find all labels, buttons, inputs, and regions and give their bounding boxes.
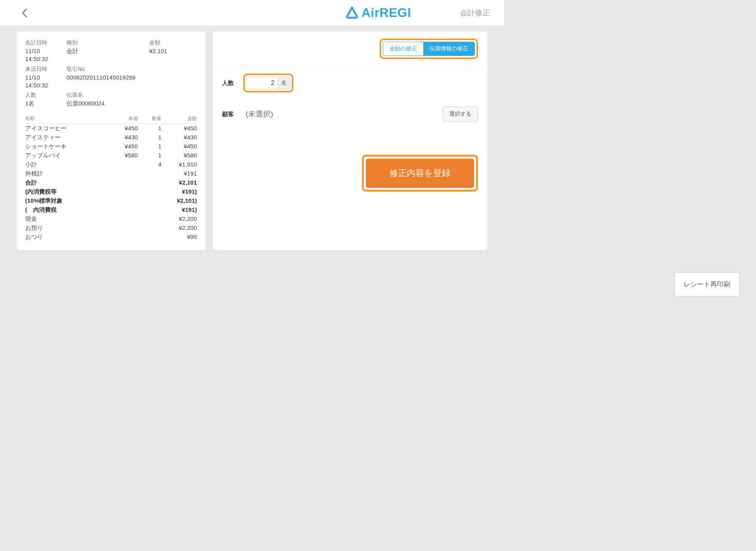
summary-name: 外税計: [25, 170, 106, 178]
label-visit: 来店日時: [25, 64, 67, 73]
summary-amount: ¥2,200: [161, 215, 197, 223]
summary-row: 合計¥2,101: [25, 178, 197, 187]
val-amount: ¥2,101: [149, 47, 197, 63]
receipt-panel: 会計日時 種別 金額 11/1014:50:32 会計 ¥2,101 来店日時 …: [17, 31, 206, 250]
item-name: アップルパイ: [25, 152, 106, 159]
people-input[interactable]: [247, 77, 278, 89]
label-people: 人数: [25, 90, 67, 99]
edit-panel: 金額の修正 伝票情報の修正 人数 名 顧客 (未選択): [213, 31, 487, 250]
item-name: アイスコーヒー: [25, 125, 106, 132]
col-amount: 金額: [161, 115, 197, 122]
people-unit: 名: [278, 77, 290, 89]
summary-name: おつり: [25, 233, 106, 241]
chevron-left-icon: [22, 8, 28, 18]
item-unit: ¥450: [106, 143, 138, 150]
summary-name: 現金: [25, 215, 106, 223]
summary-qty: [138, 197, 161, 205]
summary-amount: ¥2,101: [161, 179, 197, 187]
summary-amount: ¥2,101): [161, 197, 197, 205]
label-datetime: 会計日時: [25, 38, 67, 46]
label-type: 種別: [67, 38, 149, 46]
summary-name: 小計: [25, 161, 106, 168]
submit-highlight: 修正内容を登録: [362, 155, 478, 192]
customer-label: 顧客: [222, 111, 243, 118]
item-amount: ¥450: [161, 125, 197, 132]
summary-name: (内消費税等: [25, 188, 106, 196]
segment-highlight: 金額の修正 伝票情報の修正: [380, 39, 478, 59]
summary-amount: ¥2,200: [161, 224, 197, 232]
summary-qty: [138, 215, 161, 223]
col-unit: 単価: [106, 115, 138, 122]
logo-text: AirREGI: [361, 6, 411, 20]
receipt-info: 会計日時 種別 金額 11/1014:50:32 会計 ¥2,101 来店日時 …: [25, 38, 197, 107]
segment-slipinfo[interactable]: 伝票情報の修正: [423, 42, 474, 55]
header-mode-label: 会計修正: [460, 8, 490, 18]
item-qty: 1: [138, 134, 161, 141]
summary-row: (内消費税等¥191): [25, 187, 197, 196]
item-unit: ¥450: [106, 125, 138, 132]
val-txno: 00062020111014501​9268: [67, 74, 197, 90]
col-qty: 数量: [138, 115, 161, 122]
item-qty: 1: [138, 125, 161, 132]
val-type: 会計: [67, 47, 149, 63]
logo-icon: [345, 6, 359, 20]
summary-qty: 4: [138, 161, 161, 168]
summary-amount: ¥1,910: [161, 161, 197, 168]
people-label: 人数: [222, 80, 243, 87]
edit-mode-segment: 金額の修正 伝票情報の修正: [383, 42, 475, 56]
summary-name: (10%標準対象: [25, 197, 106, 205]
summary-amount: ¥99: [161, 233, 197, 241]
summary-qty: [138, 179, 161, 187]
summary-qty: [138, 224, 161, 232]
label-slip: 伝票名: [67, 90, 197, 99]
summary-qty: [138, 170, 161, 178]
summary-name: ( 内消費税: [25, 206, 106, 214]
app-logo: AirREGI: [345, 6, 411, 20]
customer-value: (未選択): [246, 109, 273, 119]
summary-amount: ¥191): [161, 188, 197, 196]
item-row: ショートケーキ¥4501¥450: [25, 142, 197, 151]
summary-amount: ¥191): [161, 206, 197, 214]
item-unit: ¥430: [106, 134, 138, 141]
item-row: アップルパイ¥5801¥580: [25, 151, 197, 160]
item-amount: ¥450: [161, 143, 197, 150]
summary-row: おつり¥99: [25, 233, 197, 242]
val-datetime: 11/1014:50:32: [25, 47, 67, 63]
summary-row: 小計4¥1,910: [25, 160, 197, 169]
summary-row: 現金¥2,200: [25, 214, 197, 224]
submit-button[interactable]: 修正内容を登録: [366, 159, 474, 188]
item-name: アイスティー: [25, 134, 106, 141]
segment-amount[interactable]: 金額の修正: [383, 42, 423, 55]
item-amount: ¥580: [161, 152, 197, 159]
summary-row: 外税計¥191: [25, 169, 197, 178]
item-row: アイスコーヒー¥4501¥450: [25, 124, 197, 133]
item-qty: 1: [138, 152, 161, 159]
back-button[interactable]: [21, 7, 28, 19]
val-visit: 11/1014:50:32: [25, 74, 67, 90]
people-highlight: 名: [243, 74, 293, 92]
items-table: 名称 単価 数量 金額 アイスコーヒー¥4501¥450アイスティー¥4301¥…: [25, 115, 197, 242]
item-amount: ¥430: [161, 134, 197, 141]
summary-row: (10%標準対象¥2,101): [25, 196, 197, 205]
val-slip: 伝票00060024: [67, 100, 197, 107]
header-bar: AirREGI 会計修正: [0, 0, 504, 26]
summary-amount: ¥191: [161, 170, 197, 178]
summary-row: お預り¥2,200: [25, 224, 197, 233]
col-name: 名称: [25, 115, 106, 122]
val-people: 1名: [25, 100, 67, 107]
summary-qty: [138, 188, 161, 196]
summary-name: お預り: [25, 224, 106, 232]
summary-name: 合計: [25, 179, 106, 187]
item-name: ショートケーキ: [25, 143, 106, 150]
item-unit: ¥580: [106, 152, 138, 159]
summary-qty: [138, 233, 161, 241]
select-customer-button[interactable]: 選択する: [443, 107, 478, 122]
summary-qty: [138, 206, 161, 214]
label-amount: 金額: [149, 38, 197, 46]
item-qty: 1: [138, 143, 161, 150]
summary-row: ( 内消費税¥191): [25, 205, 197, 214]
label-txno: 取引No: [67, 64, 197, 73]
item-row: アイスティー¥4301¥430: [25, 133, 197, 142]
